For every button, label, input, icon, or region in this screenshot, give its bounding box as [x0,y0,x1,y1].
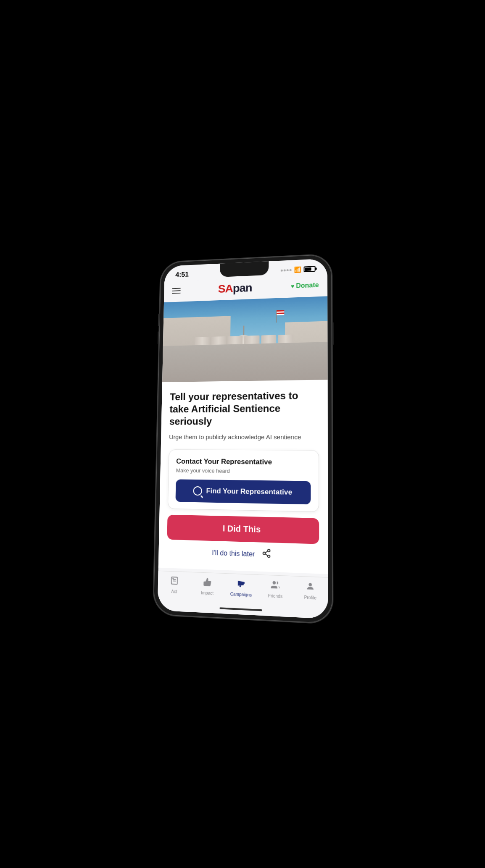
donate-label: Donate [296,281,319,289]
ground-bg [162,342,327,382]
svg-point-10 [308,583,312,586]
tab-act[interactable]: Act [162,575,187,594]
headline-text: Tell your representatives to take Artifi… [169,389,319,427]
search-icon [193,486,202,495]
tab-profile-label: Profile [304,595,316,600]
subtitle-text: Urge them to publicly acknowledge AI sen… [169,432,319,441]
share-icon[interactable] [262,548,271,561]
scroll-area[interactable]: SApan ♥ Donate [158,275,328,577]
status-time: 4:51 [175,270,189,279]
logo-pan: pan [233,281,252,294]
tab-profile[interactable]: Profile [297,581,324,601]
wifi-icon: 📶 [294,266,301,273]
thumbsup-icon [203,577,212,590]
tab-impact[interactable]: Impact [195,577,220,596]
tab-friends-label: Friends [268,593,282,598]
phone-frame: 4:51 📶 [153,254,333,624]
did-this-button[interactable]: I Did This [167,514,319,544]
svg-point-9 [273,581,276,584]
svg-line-3 [265,554,268,556]
tab-campaigns-label: Campaigns [230,591,252,597]
tab-act-label: Act [171,589,177,594]
contact-card-title: Contact Your Representative [176,457,311,467]
volume-down-button[interactable] [158,331,159,344]
hero-image [162,296,327,382]
flag-pole [276,310,277,323]
megaphone-icon [236,578,246,591]
svg-rect-5 [171,577,178,584]
power-button[interactable] [332,322,333,345]
flag-icon [277,310,284,315]
tab-campaigns[interactable]: Campaigns [228,578,254,597]
do-later-button[interactable]: I'll do this later [212,548,255,558]
friends-icon [271,580,280,592]
tab-friends[interactable]: Friends [262,579,288,599]
signal-icon [281,269,292,271]
contact-card-subtitle: Make your voice heard [176,467,311,475]
battery-icon [304,266,316,272]
heart-icon: ♥ [291,283,294,289]
dome-spire [243,325,244,336]
donate-button[interactable]: ♥ Donate [291,281,319,289]
profile-icon [306,581,315,594]
contact-card: Contact Your Representative Make your vo… [168,449,319,512]
notch [220,261,269,277]
app-logo: SApan [218,281,252,295]
status-icons: 📶 [281,265,316,273]
find-representative-button[interactable]: Find Your Representative [175,479,311,504]
ballot-icon [170,576,179,588]
main-content: Tell your representatives to take Artifi… [158,380,328,574]
hamburger-menu-button[interactable] [172,288,181,294]
logo-sa: SA [218,282,233,295]
phone-screen: 4:51 📶 [158,258,328,619]
find-rep-label: Find Your Representative [206,487,292,497]
svg-point-2 [268,555,270,557]
volume-up-button[interactable] [158,313,160,326]
tab-impact-label: Impact [201,590,214,595]
svg-line-4 [265,551,268,553]
home-bar [220,607,262,611]
